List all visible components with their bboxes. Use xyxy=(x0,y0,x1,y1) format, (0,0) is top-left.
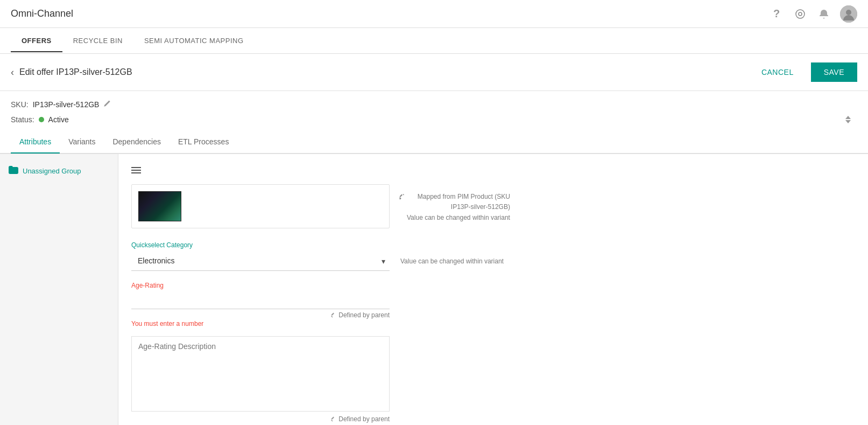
quickselect-label: Quickselect Category xyxy=(131,241,855,249)
quickselect-row: Electronics Phones Tablets Accessories ▾… xyxy=(131,251,855,271)
sub-tab-dependencies[interactable]: Dependencies xyxy=(104,131,170,152)
mapped-info: Mapped from PIM Product (SKU IP13P-silve… xyxy=(398,192,510,223)
settings-icon[interactable] xyxy=(793,6,808,22)
edit-header-left: ‹ Edit offer IP13P-silver-512GB xyxy=(11,67,132,78)
mapped-info-text: Mapped from PIM Product (SKU IP13P-silve… xyxy=(407,192,510,223)
age-rating-desc-textarea[interactable] xyxy=(131,336,390,412)
status-label: Status: xyxy=(11,115,34,124)
sidebar-item-label: Unassigned Group xyxy=(23,167,81,175)
app-icons: ? xyxy=(769,5,857,23)
app-title: Omni-Channel xyxy=(11,8,769,19)
main-nav-tabs: OFFERS RECYCLE BIN SEMI AUTOMATIC MAPPIN… xyxy=(0,28,868,54)
sidebar-item-unassigned-group[interactable]: Unassigned Group xyxy=(0,161,118,181)
age-rating-desc-defined-by-parent: Defined by parent xyxy=(338,415,390,423)
age-rating-desc-row: Defined by parent xyxy=(131,336,855,423)
age-rating-input-container: Defined by parent xyxy=(131,291,390,319)
app-bar: Omni-Channel ? xyxy=(0,0,868,28)
bell-icon[interactable] xyxy=(816,6,831,22)
svg-point-1 xyxy=(799,12,802,16)
user-avatar[interactable] xyxy=(840,5,857,23)
tab-recycle-bin[interactable]: RECYCLE BIN xyxy=(62,29,133,52)
quickselect-wrapper: Electronics Phones Tablets Accessories ▾ xyxy=(131,251,390,271)
content-inner: Mapped from PIM Product (SKU IP13P-silve… xyxy=(118,154,868,425)
age-rating-parent-hint: Defined by parent xyxy=(131,311,390,319)
tab-offers[interactable]: OFFERS xyxy=(11,29,62,52)
tab-semi-automatic-mapping[interactable]: SEMI AUTOMATIC MAPPING xyxy=(133,29,255,52)
content-menu-icon[interactable] xyxy=(131,163,855,178)
age-rating-desc-parent-hint: Defined by parent xyxy=(131,415,390,423)
header-actions: CANCEL SAVE xyxy=(753,62,857,82)
quickselect-select[interactable]: Electronics Phones Tablets Accessories xyxy=(131,251,390,271)
link-icon xyxy=(398,193,405,203)
image-field-container: Mapped from PIM Product (SKU IP13P-silve… xyxy=(131,184,855,231)
age-rating-desc-container: Defined by parent xyxy=(131,336,390,423)
save-button[interactable]: SAVE xyxy=(811,62,857,82)
sub-tab-attributes[interactable]: Attributes xyxy=(11,131,60,152)
status-value: Active xyxy=(48,115,69,124)
main-content: Unassigned Group xyxy=(0,154,868,425)
sidebar: Unassigned Group xyxy=(0,154,118,425)
status-row: Status: Active xyxy=(11,115,857,130)
sub-tab-etl-processes[interactable]: ETL Processes xyxy=(170,131,237,152)
sku-row: SKU: IP13P-silver-512GB xyxy=(11,100,857,109)
age-rating-input[interactable] xyxy=(131,291,390,309)
status-dropdown-arrows[interactable] xyxy=(845,116,851,123)
quickselect-attribute-row: Quickselect Category Electronics Phones … xyxy=(131,241,855,271)
edit-title: Edit offer IP13P-silver-512GB xyxy=(19,67,132,77)
status-dot xyxy=(39,117,44,122)
image-field[interactable] xyxy=(131,184,390,228)
svg-point-3 xyxy=(846,10,851,15)
folder-icon xyxy=(9,166,18,176)
sku-edit-icon[interactable] xyxy=(103,100,111,109)
age-rating-defined-by-parent: Defined by parent xyxy=(338,311,390,319)
sub-tabs: Attributes Variants Dependencies ETL Pro… xyxy=(0,130,868,154)
content-panel: Mapped from PIM Product (SKU IP13P-silve… xyxy=(118,154,868,425)
image-thumbnail xyxy=(138,191,181,221)
cancel-button[interactable]: CANCEL xyxy=(753,64,802,81)
help-icon[interactable]: ? xyxy=(769,6,784,22)
age-rating-row: Age-Rating Defined by parent You must en… xyxy=(131,282,855,328)
age-rating-input-row: Defined by parent xyxy=(131,291,855,319)
svg-point-0 xyxy=(796,10,805,18)
sub-tab-variants[interactable]: Variants xyxy=(60,131,104,152)
edit-header: ‹ Edit offer IP13P-silver-512GB CANCEL S… xyxy=(0,54,868,91)
age-rating-label: Age-Rating xyxy=(131,282,855,289)
meta-section: SKU: IP13P-silver-512GB Status: Active xyxy=(0,91,868,130)
sku-label: SKU: xyxy=(11,100,29,109)
image-attribute-row: Mapped from PIM Product (SKU IP13P-silve… xyxy=(131,184,855,231)
age-rating-error: You must enter a number xyxy=(131,320,855,328)
back-button[interactable]: ‹ xyxy=(11,67,14,78)
quickselect-hint: Value can be changed within variant xyxy=(400,257,504,265)
sku-value: IP13P-silver-512GB xyxy=(33,100,100,109)
